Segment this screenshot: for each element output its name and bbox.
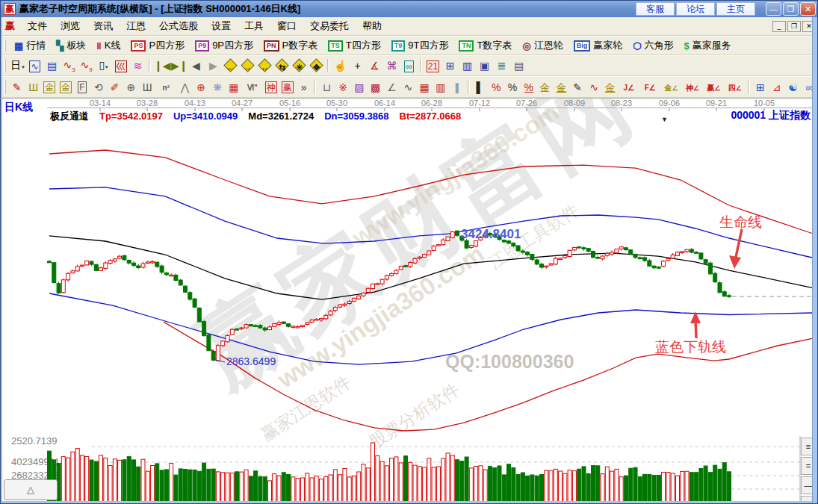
menu-item-0[interactable]: 文件 [21, 17, 54, 35]
menu-item-1[interactable]: 浏览 [54, 17, 87, 35]
diamond-expand-icon[interactable]: ↔ [256, 57, 273, 74]
comb-grid-icon[interactable]: Ш [25, 79, 42, 96]
expand-panel-button[interactable]: △ [4, 479, 58, 500]
yinyang-icon[interactable]: ☯ [785, 79, 802, 96]
shen-grid-icon[interactable]: 神 [263, 79, 279, 96]
menu-item-5[interactable]: 设置 [205, 17, 238, 35]
step-back-icon[interactable]: ◀ [188, 57, 205, 74]
diamond-left-icon[interactable]: ← [222, 57, 239, 74]
ying-angle-icon[interactable]: 赢∠ [703, 79, 724, 96]
red-grid-icon[interactable]: ▦ [226, 79, 242, 96]
candle-style-icon[interactable]: ▯▾ [95, 57, 112, 74]
print-icon[interactable]: ▤ [510, 57, 527, 74]
diamond-right-icon[interactable]: → [239, 57, 256, 74]
fan-lines-icon[interactable]: ※ [335, 79, 351, 96]
go-first-icon[interactable]: ❙◀ [153, 57, 170, 74]
calculator-icon[interactable]: ⊞ [441, 57, 459, 74]
minimize-button[interactable]: — [766, 2, 781, 16]
ying-grid-icon[interactable]: 赢 [279, 79, 296, 96]
toolbar-p-square-button[interactable]: PSP四方形 [126, 37, 190, 55]
step-forward-icon[interactable]: ▶ [205, 57, 222, 74]
angle-tool-icon[interactable]: ∡ [366, 57, 383, 74]
candle-pencil-icon[interactable]: ✎ [569, 79, 586, 96]
gold-lines-icon[interactable]: 金 [554, 79, 570, 96]
f-grid-icon[interactable]: F [74, 79, 90, 96]
hand-tool-icon[interactable]: ☝ [332, 57, 349, 74]
mdi-minimize-button[interactable]: _ [772, 21, 786, 32]
toolbar-9p-square-button[interactable]: P99P四方形 [190, 37, 258, 55]
circle-comb-icon[interactable]: ⊕ [123, 79, 140, 96]
customer-service-link[interactable]: 客服 [636, 2, 675, 16]
zigzag-tool-icon[interactable]: ∿ [400, 79, 416, 96]
diamond-move-icon[interactable]: ✥ [308, 57, 325, 74]
angle-mirror-icon[interactable]: ⋀ [177, 79, 193, 96]
angle-lines-icon[interactable]: ∠ [384, 79, 400, 96]
toolbar-t-square-button[interactable]: TST四方形 [323, 37, 385, 55]
dropdown-caret-icon[interactable]: ▼ [661, 116, 668, 123]
wave-a-icon[interactable]: ∿ [586, 79, 602, 96]
formula-icon[interactable]: 巛 [112, 57, 129, 74]
purple-box-fan-icon[interactable]: ▨ [351, 79, 368, 96]
si-angle-icon[interactable]: 四∠ [725, 79, 746, 96]
red-grid-3-icon[interactable]: ▥ [433, 79, 449, 96]
save-icon[interactable]: ▣ [476, 57, 493, 74]
shen-angle-icon[interactable]: 神∠ [682, 79, 703, 96]
web-icon[interactable]: ❋ [209, 79, 226, 96]
toolbar-gann-wheel-button[interactable]: ◎江恩轮 [517, 37, 568, 55]
menu-item-2[interactable]: 资讯 [87, 17, 120, 35]
menu-item-4[interactable]: 公式选股 [152, 17, 205, 35]
menu-item-8[interactable]: 交易委托 [303, 17, 356, 35]
home-link[interactable]: 主页 [716, 2, 755, 16]
calendar-icon[interactable]: 21 [424, 57, 441, 74]
chart-canvas[interactable]: 赢家财富网赢家江恩软件股票分析软件江恩工具软件www.yingjia360.co… [1, 98, 814, 504]
knot-tool-icon[interactable]: ⌘ [383, 57, 400, 74]
spiral-5-icon[interactable]: ⟲ [90, 79, 107, 96]
pencil-ruler-icon[interactable]: ✐ [107, 79, 123, 96]
diamond-compress-icon[interactable]: ⇆ [273, 57, 291, 74]
view-tool-icon[interactable]: ∞ [400, 57, 418, 74]
toolbar-9t-square-button[interactable]: T99T四方形 [386, 37, 454, 55]
n2-comb-icon[interactable]: n² [155, 79, 176, 96]
menu-item-7[interactable]: 窗口 [270, 17, 303, 35]
wave-3-icon[interactable]: ∿3 [61, 57, 78, 74]
histogram-icon[interactable]: ≋ [129, 57, 146, 74]
toolbar-kline-button[interactable]: ‖K线 [91, 37, 126, 55]
pattern-box-icon[interactable]: ∿ [26, 57, 43, 74]
j-angle-icon[interactable]: J∠ [619, 79, 639, 96]
restore-button[interactable]: ❐ [783, 2, 799, 16]
percent-line-icon[interactable]: % [488, 79, 504, 96]
gold-angle-icon[interactable]: 金∠ [660, 79, 681, 96]
crosshair-tool-icon[interactable]: + [349, 57, 366, 74]
notes-icon[interactable]: ▥ [459, 57, 476, 74]
menu-item-6[interactable]: 工具 [238, 17, 270, 35]
gold-grid-1-icon[interactable]: 金 [42, 79, 58, 96]
period-daily-icon[interactable]: 日▾ [9, 57, 26, 74]
gold-red-icon[interactable]: 金 [602, 79, 619, 96]
bars-tool-icon[interactable]: ▌ [472, 79, 489, 96]
diamond-star-icon[interactable]: ✳ [291, 57, 308, 74]
clipboard-icon[interactable]: ▤ [43, 57, 61, 74]
toolbar-hexagon-button[interactable]: ⬡六角形 [628, 37, 678, 55]
toolbar-t-number-table-button[interactable]: TNT数字表 [453, 37, 517, 55]
grid-color-icon[interactable]: ⊞ [752, 79, 769, 96]
menu-item-9[interactable]: 帮助 [356, 17, 388, 35]
percent-icon[interactable]: % [504, 79, 521, 96]
export-icon[interactable]: ≣ [493, 57, 510, 74]
box-tool-icon[interactable]: ⊔ [318, 79, 335, 96]
toolbar-sectors-button[interactable]: ▚板块 [51, 37, 91, 55]
more-tools-icon[interactable]: » [296, 79, 312, 96]
menu-item-3[interactable]: 江恩 [120, 17, 152, 35]
comb-icon[interactable]: Ш [139, 79, 155, 96]
mdi-restore-button[interactable]: ❐ [787, 21, 801, 32]
close-button[interactable]: ✕ [800, 2, 816, 16]
roman-6-icon[interactable]: Ⅵ" [242, 79, 263, 96]
red-grid-2-icon[interactable]: ▦ [416, 79, 433, 96]
toolbar-winner-wheel-button[interactable]: Big赢家轮 [568, 37, 628, 55]
gold-grid-2-icon[interactable]: 金 [58, 79, 74, 96]
forum-link[interactable]: 论坛 [676, 2, 715, 16]
toolbar-winner-service-button[interactable]: $赢家服务 [679, 37, 737, 55]
red-crosshair-icon[interactable]: ⊕ [193, 79, 209, 96]
percent-under-icon[interactable]: % [521, 79, 537, 96]
wave-9-icon[interactable]: ∿9 [78, 57, 95, 74]
toolbar-p-number-table-button[interactable]: PNP数字表 [258, 37, 323, 55]
